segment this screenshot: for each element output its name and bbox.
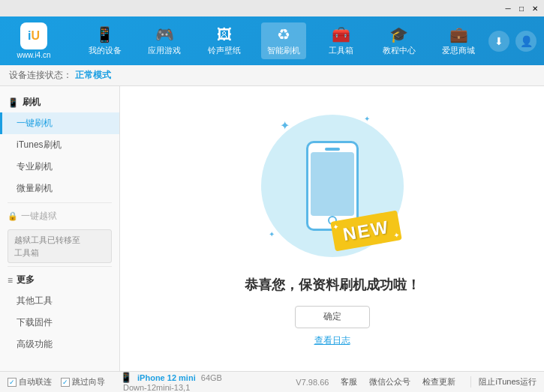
nav-item-wallpaper[interactable]: 🖼 铃声壁纸	[202, 23, 247, 59]
nav-item-istore[interactable]: 💼 爱思商城	[436, 22, 481, 59]
check-update-link[interactable]: 检查更新	[422, 376, 455, 388]
device-version: Down-12mini-13,1	[123, 383, 222, 392]
logo-area: iU www.i4.cn	[8, 22, 60, 59]
show-log-link[interactable]: 查看日志	[314, 334, 350, 347]
istore-icon: 💼	[449, 25, 468, 43]
one-key-flash-label: 一键刷机	[17, 118, 53, 128]
flash-section-title: 📱 刷机	[0, 92, 119, 112]
more-section-label: 更多	[17, 274, 35, 286]
more-section-icon: ≡	[8, 275, 13, 286]
nav-item-smart-flash-label: 智能刷机	[267, 45, 300, 56]
phone-speaker	[325, 148, 340, 151]
new-star-left: ✦	[332, 222, 339, 231]
flash-section-icon: 📱	[8, 97, 19, 108]
version-text: V7.98.66	[296, 378, 329, 387]
nav-item-toolbox-label: 工具箱	[329, 45, 353, 56]
bottom-right: V7.98.66 客服 微信公众号 检查更新 阻止iTunes运行	[296, 376, 536, 388]
toolbox-icon: 🧰	[332, 25, 350, 43]
sidebar-item-one-key-flash[interactable]: 一键刷机	[0, 112, 119, 134]
pro-flash-label: 专业刷机	[17, 161, 53, 172]
sidebar-item-low-power-flash[interactable]: 微量刷机	[0, 178, 119, 199]
device-name: iPhone 12 mini	[137, 373, 196, 382]
nav-item-apps-games[interactable]: 🎮 应用游戏	[142, 22, 187, 59]
device-info: 📱 iPhone 12 mini 64GB Down-12mini-13,1	[120, 372, 222, 392]
sidebar: 📱 刷机 一键刷机 iTunes刷机 专业刷机 微量刷机 🔒 一键越狱 越狱工具…	[0, 86, 120, 371]
nav-item-wallpaper-label: 铃声壁纸	[208, 45, 241, 56]
stop-itunes-link[interactable]: 阻止iTunes运行	[470, 376, 536, 388]
skip-wizard-label: 跳过向导	[72, 376, 105, 388]
sparkle-3: ✦	[269, 230, 275, 238]
success-message: 恭喜您，保资料刷机成功啦！	[245, 276, 420, 294]
sparkle-1: ✦	[280, 118, 290, 133]
logo-text: www.i4.cn	[17, 51, 50, 59]
status-label: 设备连接状态：	[9, 69, 72, 82]
wechat-link[interactable]: 微信公众号	[369, 376, 410, 388]
sparkle-2: ✦	[364, 115, 370, 123]
info-box-line1: 越狱工具已转移至	[14, 234, 105, 247]
skip-wizard-checkbox[interactable]: ✓ 跳过向导	[61, 376, 105, 388]
phone-illustration: ✦ NEW ✦ ✦ ✦ ✦	[257, 111, 407, 261]
more-section-title: ≡ 更多	[0, 270, 119, 290]
title-bar: ─ □ ✕	[0, 0, 544, 16]
nav-item-tutorial-label: 教程中心	[383, 45, 416, 56]
nav-item-tutorial[interactable]: 🎓 教程中心	[377, 22, 422, 59]
tutorial-icon: 🎓	[389, 25, 408, 43]
sidebar-locked-jailbreak: 🔒 一键越狱	[0, 206, 119, 226]
confirm-button[interactable]: 确定	[295, 306, 370, 328]
auto-connect-checkbox[interactable]: ✓ 自动联连	[8, 376, 52, 388]
new-badge-text: NEW	[341, 216, 391, 244]
nav-item-toolbox[interactable]: 🧰 工具箱	[320, 22, 362, 59]
my-device-icon: 📱	[95, 25, 114, 43]
header-right: ⬇ 👤	[488, 31, 536, 52]
sidebar-info-box: 越狱工具已转移至 工具箱	[8, 229, 112, 263]
header: iU www.i4.cn 📱 我的设备 🎮 应用游戏 🖼 铃声壁纸 ♻ 智能刷机…	[0, 16, 544, 65]
main-content: 📱 刷机 一键刷机 iTunes刷机 专业刷机 微量刷机 🔒 一键越狱 越狱工具…	[0, 86, 544, 371]
minimize-button[interactable]: ─	[502, 2, 514, 14]
smart-flash-icon: ♻	[277, 25, 290, 43]
new-star-right: ✦	[392, 230, 400, 239]
nav-items: 📱 我的设备 🎮 应用游戏 🖼 铃声壁纸 ♻ 智能刷机 🧰 工具箱 🎓 教程中心…	[75, 22, 488, 59]
nav-item-smart-flash[interactable]: ♻ 智能刷机	[261, 22, 306, 59]
user-button[interactable]: 👤	[515, 31, 536, 52]
download-firmware-label: 下载固件	[17, 317, 53, 328]
download-button[interactable]: ⬇	[488, 31, 509, 52]
status-value: 正常模式	[75, 69, 111, 82]
close-button[interactable]: ✕	[529, 2, 541, 14]
device-storage: 64GB	[201, 373, 222, 382]
maximize-button[interactable]: □	[515, 2, 527, 14]
info-box-line2: 工具箱	[14, 247, 105, 259]
low-power-flash-label: 微量刷机	[17, 183, 53, 193]
bottom-bar: ✓ 自动联连 ✓ 跳过向导 📱 iPhone 12 mini 64GB Down…	[0, 371, 544, 392]
locked-label: 一键越狱	[21, 210, 57, 223]
wallpaper-icon: 🖼	[217, 26, 232, 43]
sidebar-item-download-firmware[interactable]: 下载固件	[0, 312, 119, 334]
sidebar-divider-1	[8, 202, 112, 203]
apps-games-icon: 🎮	[155, 25, 174, 43]
advanced-label: 高级功能	[17, 339, 53, 349]
center-content: ✦ NEW ✦ ✦ ✦ ✦ 恭喜您，保资料刷机成功啦！ 确定 查看日志	[120, 86, 544, 371]
status-bar: 设备连接状态： 正常模式	[0, 65, 544, 86]
sidebar-divider-2	[8, 266, 112, 267]
flash-section-label: 刷机	[23, 96, 41, 109]
sidebar-item-other-tools[interactable]: 其他工具	[0, 290, 119, 312]
logo-icon: iU	[20, 22, 47, 49]
bottom-left: ✓ 自动联连 ✓ 跳过向导 📱 iPhone 12 mini 64GB Down…	[8, 372, 296, 392]
device-phone-icon: 📱	[120, 372, 132, 383]
sidebar-item-pro-flash[interactable]: 专业刷机	[0, 156, 119, 178]
nav-item-my-device-label: 我的设备	[89, 45, 122, 56]
auto-connect-label: 自动联连	[19, 376, 52, 388]
phone-screen	[311, 152, 354, 216]
phone-body	[306, 141, 359, 231]
sidebar-item-advanced[interactable]: 高级功能	[0, 334, 119, 355]
service-link[interactable]: 客服	[341, 376, 357, 388]
nav-item-istore-label: 爱思商城	[442, 45, 475, 56]
nav-item-my-device[interactable]: 📱 我的设备	[83, 22, 128, 59]
nav-item-apps-games-label: 应用游戏	[148, 45, 181, 56]
lock-icon: 🔒	[8, 211, 18, 221]
itunes-flash-label: iTunes刷机	[17, 139, 62, 150]
auto-connect-check-box: ✓	[8, 378, 17, 387]
skip-wizard-check-box: ✓	[61, 378, 70, 387]
other-tools-label: 其他工具	[17, 295, 53, 306]
sidebar-item-itunes-flash[interactable]: iTunes刷机	[0, 134, 119, 156]
